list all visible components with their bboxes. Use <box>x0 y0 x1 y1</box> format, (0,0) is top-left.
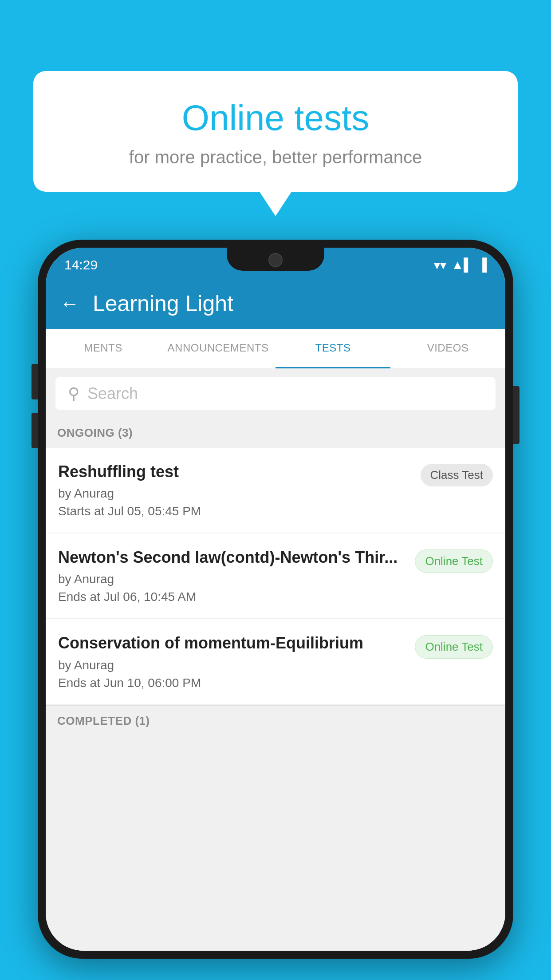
bubble-title: Online tests <box>55 98 496 138</box>
test-info-3: Conservation of momentum-Equilibrium by … <box>58 633 406 690</box>
test-info-2: Newton's Second law(contd)-Newton's Thir… <box>58 548 406 604</box>
status-icons: ▾▾ ▲▌ ▐ <box>434 258 487 273</box>
tab-videos[interactable]: VIDEOS <box>390 329 505 368</box>
search-container: ⚲ Search <box>46 369 505 418</box>
test-info-1: Reshuffling test by Anurag Starts at Jul… <box>58 462 412 518</box>
test-card-1[interactable]: Reshuffling test by Anurag Starts at Jul… <box>46 448 505 533</box>
test-time-1: Starts at Jul 05, 05:45 PM <box>58 504 412 518</box>
search-icon: ⚲ <box>68 384 79 403</box>
test-title-1: Reshuffling test <box>58 462 412 481</box>
phone-frame: 14:29 ▾▾ ▲▌ ▐ ← Learning Light MENTS ANN… <box>38 240 513 959</box>
volume-up-button[interactable] <box>31 364 38 399</box>
app-bar: ← Learning Light <box>46 278 505 329</box>
phone-screen: 14:29 ▾▾ ▲▌ ▐ ← Learning Light MENTS ANN… <box>46 248 505 951</box>
signal-icon: ▲▌ <box>452 258 473 272</box>
ongoing-section-header: ONGOING (3) <box>46 418 505 448</box>
test-title-3: Conservation of momentum-Equilibrium <box>58 633 406 652</box>
test-title-2: Newton's Second law(contd)-Newton's Thir… <box>58 548 406 567</box>
phone-notch <box>227 248 324 271</box>
back-button[interactable]: ← <box>60 292 79 315</box>
completed-section-header: COMPLETED (1) <box>46 705 505 736</box>
power-button[interactable] <box>513 386 520 444</box>
tab-ments[interactable]: MENTS <box>46 329 161 368</box>
test-card-3[interactable]: Conservation of momentum-Equilibrium by … <box>46 619 505 704</box>
test-author-3: by Anurag <box>58 658 406 672</box>
tabs-bar: MENTS ANNOUNCEMENTS TESTS VIDEOS <box>46 329 505 369</box>
search-placeholder: Search <box>87 384 138 403</box>
test-badge-1: Class Test <box>421 464 493 486</box>
bubble-subtitle: for more practice, better performance <box>55 147 496 167</box>
test-author-2: by Anurag <box>58 572 406 586</box>
app-title: Learning Light <box>93 291 233 316</box>
content-area: ONGOING (3) Reshuffling test by Anurag S… <box>46 418 505 951</box>
test-card-2[interactable]: Newton's Second law(contd)-Newton's Thir… <box>46 533 505 618</box>
tab-tests[interactable]: TESTS <box>276 329 390 368</box>
status-time: 14:29 <box>64 257 98 273</box>
wifi-icon: ▾▾ <box>434 258 446 273</box>
test-badge-3: Online Test <box>415 635 493 659</box>
search-bar[interactable]: ⚲ Search <box>55 377 496 410</box>
test-time-3: Ends at Jun 10, 06:00 PM <box>58 676 406 690</box>
phone-wrapper: 14:29 ▾▾ ▲▌ ▐ ← Learning Light MENTS ANN… <box>38 240 513 980</box>
front-camera <box>268 253 283 267</box>
test-time-2: Ends at Jul 06, 10:45 AM <box>58 590 406 604</box>
volume-down-button[interactable] <box>31 413 38 448</box>
tab-announcements[interactable]: ANNOUNCEMENTS <box>161 329 276 368</box>
test-author-1: by Anurag <box>58 486 412 501</box>
test-badge-2: Online Test <box>415 549 493 573</box>
battery-icon: ▐ <box>478 258 487 272</box>
speech-bubble: Online tests for more practice, better p… <box>33 71 518 192</box>
